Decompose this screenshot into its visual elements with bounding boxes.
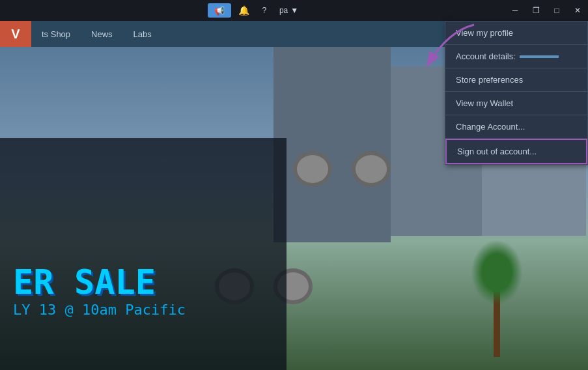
ac-unit-2 [352, 151, 391, 187]
notification-button[interactable]: 🔔 [235, 3, 253, 18]
help-icon: ? [262, 6, 267, 15]
restore-button[interactable]: ❐ [525, 0, 546, 21]
nav-shop-label: ts Shop [42, 29, 70, 39]
maximize-button[interactable]: □ [546, 0, 567, 21]
nav-item-labs[interactable]: Labs [123, 21, 162, 47]
window-controls: ─ ❐ □ ✕ [505, 0, 588, 21]
view-profile-label: View my profile [456, 28, 513, 38]
username-label: pa [279, 6, 288, 15]
dropdown-menu: View my profile Account details: Store p… [445, 21, 588, 165]
dropdown-item-sign-out[interactable]: Sign out of account... [445, 139, 587, 164]
close-button[interactable]: ✕ [567, 0, 588, 21]
dropdown-item-view-profile[interactable]: View my profile [445, 21, 587, 44]
minimize-button[interactable]: ─ [505, 0, 525, 21]
title-bar-center: 📢 🔔 ? pa ▼ [208, 3, 302, 18]
announce-icon: 📢 [214, 6, 225, 16]
account-details-label: Account details: [456, 51, 516, 61]
change-account-label: Change Account... [456, 122, 525, 132]
store-preferences-label: Store preferences [456, 75, 523, 85]
dropdown-item-store-preferences[interactable]: Store preferences [445, 68, 587, 91]
nav-item-news[interactable]: News [81, 21, 123, 47]
view-wallet-label: View my Wallet [456, 98, 513, 108]
nav-news-label: News [91, 29, 113, 39]
nav-labs-label: Labs [133, 29, 152, 39]
sale-subtitle: LY 13 @ 10am Pacific [13, 302, 260, 318]
sign-out-label: Sign out of account... [457, 147, 537, 156]
dropdown-item-account-details[interactable]: Account details: [445, 45, 587, 68]
help-button[interactable]: ? [257, 3, 272, 18]
dropdown-item-view-wallet[interactable]: View my Wallet [445, 92, 587, 115]
bell-icon: 🔔 [238, 5, 249, 16]
sale-title: ER SALE [13, 265, 260, 299]
ac-unit-1 [293, 151, 332, 187]
account-name-box [520, 55, 559, 58]
sale-bg [0, 138, 287, 370]
user-dropdown-button[interactable]: pa ▼ [275, 3, 302, 18]
account-details-row: Account details: [456, 51, 559, 61]
nav-logo: V [0, 21, 31, 47]
palm-tree [471, 240, 523, 357]
title-bar: 📢 🔔 ? pa ▼ ─ ❐ □ ✕ [0, 0, 588, 21]
announce-button[interactable]: 📢 [208, 3, 231, 18]
nav-items: ts Shop News Labs [31, 21, 162, 47]
building-1 [273, 47, 391, 242]
dropdown-item-change-account[interactable]: Change Account... [445, 115, 587, 138]
chevron-down-icon: ▼ [290, 6, 298, 15]
nav-item-shop[interactable]: ts Shop [31, 21, 81, 47]
sale-banner: ER SALE LY 13 @ 10am Pacific [13, 265, 260, 318]
